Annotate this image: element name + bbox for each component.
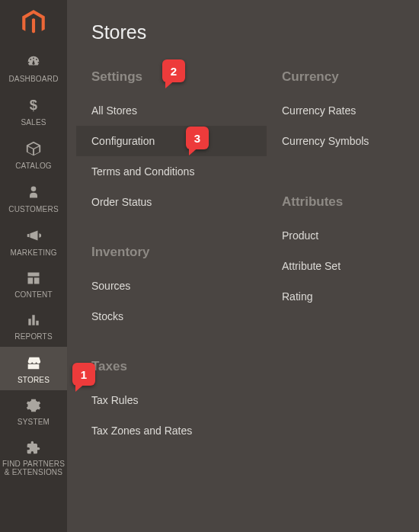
app-root: DASHBOARD $ SALES CATALOG CUSTOMERS MARK… xyxy=(0,0,419,532)
nav-label: CATALOG xyxy=(15,162,52,170)
annotation-callout-2: 2 xyxy=(162,59,185,82)
nav-reports[interactable]: REPORTS xyxy=(0,305,67,347)
link-sources[interactable]: Sources xyxy=(76,271,267,301)
gear-icon xyxy=(26,398,41,415)
bar-chart-icon xyxy=(26,312,41,329)
group-header-taxes: Taxes xyxy=(76,353,267,385)
nav-label: SYSTEM xyxy=(18,418,50,426)
nav-dashboard[interactable]: DASHBOARD xyxy=(0,46,67,89)
nav-marketing[interactable]: MARKETING xyxy=(0,220,67,263)
link-stocks[interactable]: Stocks xyxy=(76,301,267,332)
link-order-status[interactable]: Order Status xyxy=(76,187,267,217)
nav-content[interactable]: CONTENT xyxy=(0,263,67,305)
panel-column-left: Settings All Stores Configuration Terms … xyxy=(76,63,267,446)
nav-label: FIND PARTNERS & EXTENSIONS xyxy=(2,460,65,476)
stores-flyout-panel: Stores Settings All Stores Configuration… xyxy=(67,0,419,532)
panel-title: Stores xyxy=(67,14,419,63)
admin-sidebar: DASHBOARD $ SALES CATALOG CUSTOMERS MARK… xyxy=(0,0,67,532)
puzzle-icon xyxy=(26,440,41,457)
nav-label: SALES xyxy=(21,118,46,127)
link-attr-product[interactable]: Product xyxy=(267,220,419,251)
nav-label: DASHBOARD xyxy=(8,75,58,83)
link-currency-rates[interactable]: Currency Rates xyxy=(267,95,419,126)
nav-catalog[interactable]: CATALOG xyxy=(0,133,67,176)
nav-system[interactable]: SYSTEM xyxy=(0,390,67,432)
link-tax-rules[interactable]: Tax Rules xyxy=(76,385,267,415)
dashboard-icon xyxy=(25,53,42,72)
store-icon xyxy=(25,354,42,373)
link-currency-symbols[interactable]: Currency Symbols xyxy=(267,126,419,156)
nav-customers[interactable]: CUSTOMERS xyxy=(0,176,67,220)
group-header-inventory: Inventory xyxy=(76,239,267,271)
megaphone-icon xyxy=(25,227,42,245)
group-header-currency: Currency xyxy=(267,63,419,95)
nav-find-partners[interactable]: FIND PARTNERS & EXTENSIONS xyxy=(0,432,67,482)
svg-text:$: $ xyxy=(30,97,37,113)
nav-label: CUSTOMERS xyxy=(8,205,59,213)
annotation-callout-1: 1 xyxy=(72,363,95,386)
magento-logo-icon xyxy=(22,10,45,36)
dollar-icon: $ xyxy=(25,97,42,115)
link-tax-zones-rates[interactable]: Tax Zones and Rates xyxy=(76,415,267,446)
link-terms-conditions[interactable]: Terms and Conditions xyxy=(76,156,267,187)
link-attr-set[interactable]: Attribute Set xyxy=(267,251,419,281)
nav-label: STORES xyxy=(18,376,50,384)
nav-stores[interactable]: STORES xyxy=(0,347,67,390)
link-attr-rating[interactable]: Rating xyxy=(267,281,419,312)
nav-sales[interactable]: $ SALES xyxy=(0,89,67,133)
nav-label: MARKETING xyxy=(10,248,56,257)
magento-logo[interactable] xyxy=(0,0,67,46)
group-header-attributes: Attributes xyxy=(267,188,419,220)
panel-column-right: Currency Currency Rates Currency Symbols… xyxy=(267,63,419,446)
person-icon xyxy=(26,184,41,202)
annotation-callout-3: 3 xyxy=(186,127,209,149)
link-all-stores[interactable]: All Stores xyxy=(76,95,267,126)
panel-columns: Settings All Stores Configuration Terms … xyxy=(67,63,419,446)
layout-icon xyxy=(26,271,41,287)
box-icon xyxy=(25,140,42,159)
nav-label: REPORTS xyxy=(14,332,53,341)
nav-label: CONTENT xyxy=(14,290,53,299)
link-configuration[interactable]: Configuration xyxy=(76,126,267,156)
